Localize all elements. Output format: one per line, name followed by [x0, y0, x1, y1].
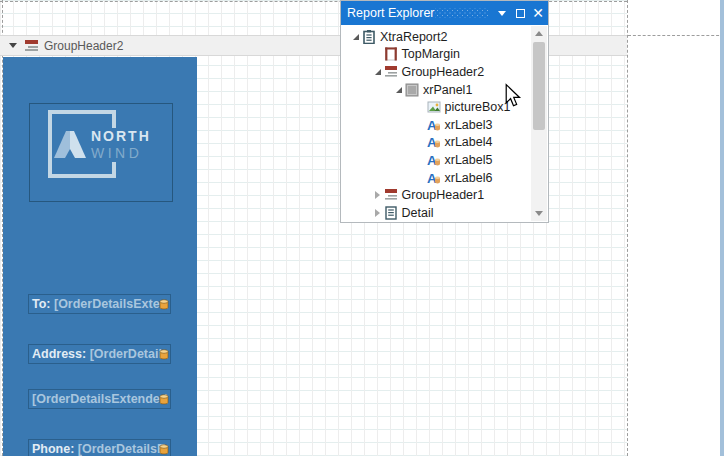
tree-item-label: xrLabel5	[445, 153, 493, 167]
tree-scrollbar[interactable]	[531, 26, 547, 221]
tree-item-label: xrLabel4	[445, 135, 493, 149]
page-margin-line-right	[627, 0, 628, 456]
field-binding-icon	[159, 299, 169, 310]
pin-dropdown-button[interactable]	[494, 5, 510, 21]
tree-expander-icon[interactable]	[394, 87, 404, 93]
tree-expander-icon[interactable]	[351, 34, 361, 40]
logo-chevron-icon	[54, 130, 86, 158]
scroll-thumb[interactable]	[533, 42, 545, 130]
report-icon	[362, 30, 376, 44]
scroll-down-icon[interactable]	[535, 211, 543, 216]
tree-item-xrlabel6[interactable]: AxrLabel6	[341, 169, 530, 187]
tree-item-label: xrLabel3	[445, 118, 493, 132]
tree-item-picturebox1[interactable]: pictureBox1	[341, 98, 530, 116]
label-icon: A	[427, 135, 441, 149]
tree-item-label: xrLabel6	[445, 171, 493, 185]
tree-item-label: pictureBox1	[445, 100, 511, 114]
page-edge-strip	[720, 0, 724, 456]
xr-label-phone[interactable]: Phone: [OrderDetailsE	[28, 439, 171, 456]
tree-item-label: xrPanel1	[423, 83, 472, 97]
window-title: Report Explorer	[347, 6, 435, 20]
tree-expander-icon[interactable]	[373, 69, 383, 75]
tree-item-label: XtraReport2	[380, 30, 447, 44]
field-binding-icon	[159, 394, 169, 405]
drag-grip[interactable]	[435, 8, 488, 18]
tree-expander-icon[interactable]	[373, 209, 383, 217]
scroll-up-icon[interactable]	[535, 31, 543, 36]
tree-item-xrpanel1[interactable]: xrPanel1	[341, 81, 530, 99]
report-tree: XtraReport2TopMarginGroupHeader2xrPanel1…	[341, 28, 530, 222]
picture-icon	[427, 100, 441, 114]
tree-item-groupheader2[interactable]: GroupHeader2	[341, 63, 530, 81]
band-collapse-icon[interactable]	[9, 43, 17, 48]
tree-item-label: Detail	[402, 206, 434, 220]
xr-label-address[interactable]: Address: [OrderDetail	[28, 344, 171, 364]
report-explorer-titlebar[interactable]: Report Explorer ✕	[341, 1, 548, 25]
detail-icon	[384, 206, 398, 220]
xr-panel[interactable]: NORTH WIND To: [OrderDetailsExte Address…	[3, 57, 197, 456]
tree-item-label: GroupHeader2	[402, 65, 485, 79]
tree-item-detail[interactable]: Detail	[341, 204, 530, 222]
maximize-icon	[516, 9, 525, 18]
label-icon: A	[427, 118, 441, 132]
logo-text: NORTH WIND	[90, 128, 153, 162]
tree-item-groupheader1[interactable]: GroupHeader1	[341, 186, 530, 204]
report-explorer-window: Report Explorer ✕ XtraReport2TopMarginGr…	[340, 0, 549, 223]
field-binding-icon	[159, 349, 169, 360]
band-icon	[384, 188, 398, 202]
band-icon	[384, 65, 398, 79]
band-header-label: GroupHeader2	[44, 39, 123, 53]
label-icon: A	[427, 171, 441, 185]
tree-item-xrlabel3[interactable]: AxrLabel3	[341, 116, 530, 134]
tree-item-label: TopMargin	[402, 47, 460, 61]
tree-expander-icon[interactable]	[373, 191, 383, 199]
report-explorer-body: XtraReport2TopMarginGroupHeader2xrPanel1…	[341, 25, 548, 222]
tree-item-xtrareport2[interactable]: XtraReport2	[341, 28, 530, 46]
close-button[interactable]: ✕	[530, 5, 546, 21]
band-extension-line	[628, 35, 724, 36]
picture-box[interactable]: NORTH WIND	[29, 103, 173, 202]
tree-item-label: GroupHeader1	[402, 188, 485, 202]
field-binding-icon	[159, 444, 169, 455]
pin-dropdown-icon	[498, 11, 506, 16]
panel-icon	[405, 83, 419, 97]
maximize-button[interactable]	[512, 5, 528, 21]
xr-label-to[interactable]: To: [OrderDetailsExte	[28, 294, 171, 314]
tree-item-xrlabel5[interactable]: AxrLabel5	[341, 151, 530, 169]
tree-item-xrlabel4[interactable]: AxrLabel4	[341, 134, 530, 152]
tree-item-topmargin[interactable]: TopMargin	[341, 46, 530, 64]
top-margin-icon	[384, 47, 398, 61]
band-icon	[25, 40, 38, 52]
label-icon: A	[427, 153, 441, 167]
mouse-cursor	[505, 83, 522, 108]
close-icon: ✕	[532, 6, 544, 20]
xr-label-extended[interactable]: [OrderDetailsExtended	[28, 389, 171, 409]
report-designer-surface: GroupHeader2 NORTH WIND To: [OrderDetail…	[0, 0, 724, 456]
